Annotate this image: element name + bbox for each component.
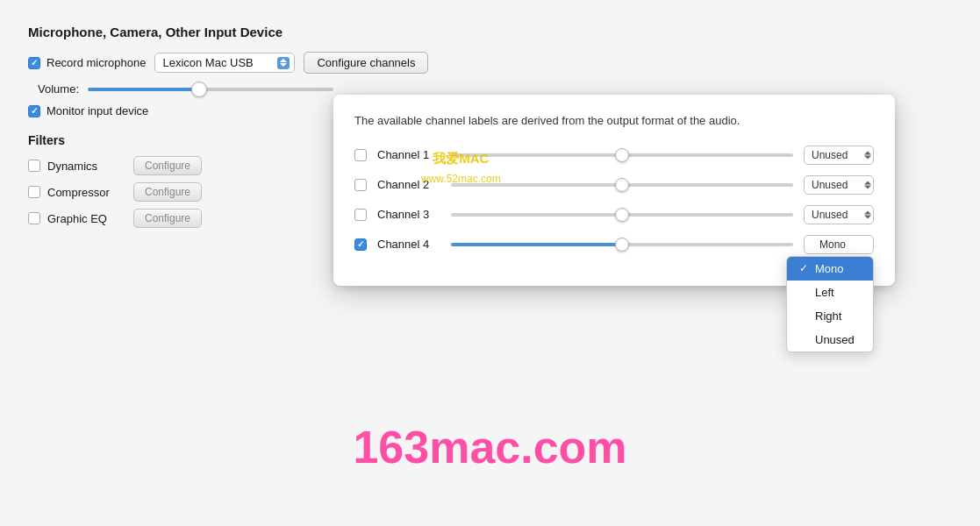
dropdown-option-left[interactable]: Left xyxy=(787,281,873,304)
channel-4-label: Channel 4 xyxy=(377,238,440,251)
dropdown-option-unused[interactable]: Unused xyxy=(787,328,873,352)
main-panel: Microphone, Camera, Other Input Device R… xyxy=(0,0,980,526)
channel-1-select[interactable]: UnusedMonoLeftRight xyxy=(804,146,874,165)
channel-2-dropdown[interactable]: UnusedMonoLeftRight xyxy=(804,175,874,195)
channel-4-select-btn[interactable]: Mono xyxy=(804,235,874,254)
dropdown-option-right[interactable]: Right xyxy=(787,304,873,328)
channel-3-select[interactable]: UnusedMonoLeftRight xyxy=(804,205,874,224)
channel-2-select[interactable]: UnusedMonoLeftRight xyxy=(804,175,874,195)
channel-1-checkbox[interactable] xyxy=(354,149,367,161)
channel-4-row: Channel 4 Mono ✓ Mono Left xyxy=(354,235,874,254)
monitor-input-checkbox[interactable] xyxy=(28,105,40,117)
volume-slider[interactable] xyxy=(88,88,333,91)
channel-2-slider-track xyxy=(451,183,793,187)
dropdown-unused-label: Unused xyxy=(815,333,855,346)
filter-graphiceq-label: Graphic EQ xyxy=(47,212,126,225)
dropdown-option-mono[interactable]: ✓ Mono xyxy=(787,257,873,281)
channel-3-checkbox[interactable] xyxy=(354,209,367,221)
channel-1-slider-track xyxy=(451,153,793,157)
channel-3-label: Channel 3 xyxy=(377,208,440,221)
checkmark-icon: ✓ xyxy=(799,262,810,274)
record-microphone-checkbox-wrapper[interactable]: Record microphone xyxy=(28,56,146,69)
filter-dynamics-label: Dynamics xyxy=(47,160,126,173)
filter-dynamics-checkbox[interactable] xyxy=(28,160,40,172)
filter-compressor-checkbox[interactable] xyxy=(28,186,40,198)
monitor-input-checkbox-wrapper[interactable]: Monitor input device xyxy=(28,104,148,117)
section-title: Microphone, Camera, Other Input Device xyxy=(28,25,952,39)
record-microphone-row: Record microphone Lexicon Mac USB Config… xyxy=(28,52,952,74)
watermark-bottom: 163mac.com xyxy=(353,421,626,473)
channel-3-slider-track xyxy=(451,213,793,217)
dropdown-mono-label: Mono xyxy=(815,262,844,275)
channel-4-slider-track xyxy=(451,243,793,246)
channel-2-checkbox[interactable] xyxy=(354,179,367,191)
record-microphone-label: Record microphone xyxy=(46,56,146,69)
filter-graphiceq-configure-btn[interactable]: Configure xyxy=(133,209,202,228)
channel-2-label: Channel 2 xyxy=(377,178,440,191)
channel-1-slider-thumb xyxy=(615,148,629,162)
channel-4-slider-thumb xyxy=(615,238,629,252)
channel-2-row: Channel 2 UnusedMonoLeftRight xyxy=(354,175,874,195)
channel-3-row: Channel 3 UnusedMonoLeftRight xyxy=(354,205,874,224)
volume-row: Volume: xyxy=(28,82,952,96)
channel-1-label: Channel 1 xyxy=(377,148,440,161)
dropdown-left-label: Left xyxy=(815,286,834,299)
channel-3-slider-thumb xyxy=(615,208,629,222)
channel-2-slider-thumb xyxy=(615,178,629,192)
popup-description: The available channel labels are derived… xyxy=(354,112,828,130)
device-select-wrapper[interactable]: Lexicon Mac USB xyxy=(154,53,295,73)
channels-popup: The available channel labels are derived… xyxy=(333,95,895,286)
monitor-input-label: Monitor input device xyxy=(46,104,148,117)
channel-1-row: Channel 1 UnusedMonoLeftRight xyxy=(354,146,874,165)
channel-4-dropdown[interactable]: Mono ✓ Mono Left Right xyxy=(804,235,874,254)
configure-channels-button[interactable]: Configure channels xyxy=(304,52,428,74)
filter-compressor-configure-btn[interactable]: Configure xyxy=(133,182,202,202)
dropdown-right-label: Right xyxy=(815,309,841,323)
filter-dynamics-configure-btn[interactable]: Configure xyxy=(133,156,202,175)
channel-3-dropdown[interactable]: UnusedMonoLeftRight xyxy=(804,205,874,224)
record-microphone-checkbox[interactable] xyxy=(28,57,40,69)
volume-label: Volume: xyxy=(28,82,79,96)
channel-4-dropdown-menu: ✓ Mono Left Right xyxy=(786,256,874,352)
filter-compressor-label: Compressor xyxy=(47,186,126,199)
filter-graphiceq-checkbox[interactable] xyxy=(28,212,40,224)
channel-1-dropdown[interactable]: UnusedMonoLeftRight xyxy=(804,146,874,165)
channel-4-checkbox[interactable] xyxy=(354,238,367,251)
device-select[interactable]: Lexicon Mac USB xyxy=(154,53,295,73)
